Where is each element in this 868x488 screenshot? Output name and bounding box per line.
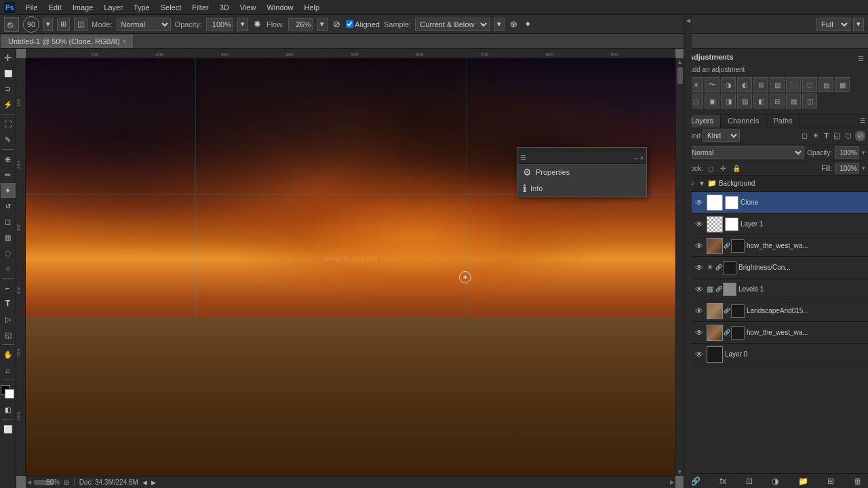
fill-dropdown-btn[interactable]: ▾	[862, 165, 865, 171]
dodge-tool[interactable]: ○	[1, 261, 16, 276]
adj-selective-icon[interactable]: ◧	[753, 94, 768, 108]
eraser-tool[interactable]: ◻	[1, 214, 16, 229]
adj-gradient-icon[interactable]: ▥	[737, 94, 752, 108]
layer-how-west-2[interactable]: 👁 🔗 how_the_west_wa...	[684, 322, 868, 344]
add-mask-btn[interactable]: ⊡	[744, 476, 755, 487]
new-group-btn[interactable]: 📁	[796, 476, 810, 487]
toggle-brush-panel[interactable]: ⊞	[57, 18, 70, 31]
aligned-check[interactable]	[346, 20, 353, 28]
v-scrollbar[interactable]: ▲ ▼	[675, 58, 684, 476]
playback-next[interactable]: ▶	[151, 479, 156, 486]
gradient-tool[interactable]: ▥	[1, 230, 16, 245]
adj-exposure-icon[interactable]: ◑	[721, 77, 736, 92]
screen-mode-dropdown[interactable]: Full	[816, 18, 850, 31]
airbrush-toggle[interactable]: ✺	[252, 19, 262, 29]
layer0-vis[interactable]: 👁	[695, 350, 705, 359]
filter-shape-icon[interactable]: ◱	[832, 131, 842, 141]
hand-tool[interactable]: ✋	[1, 347, 16, 362]
how-west2-vis[interactable]: 👁	[695, 328, 705, 338]
brush-tool[interactable]: ✏	[1, 167, 16, 182]
lasso-tool[interactable]: ⊃	[1, 81, 16, 96]
bright-vis[interactable]: 👁	[695, 263, 705, 272]
layer-group-background[interactable]: 👁 ▼ 📁 Background	[684, 176, 868, 192]
blur-tool[interactable]: ◌	[1, 245, 16, 260]
history-brush-tool[interactable]: ↺	[1, 199, 16, 214]
properties-tab-item[interactable]: ⚙ Properties	[517, 164, 646, 180]
adjustments-menu[interactable]: ☰	[858, 55, 864, 62]
move-tool[interactable]: ✛	[1, 50, 16, 65]
clone-stamp-tool[interactable]: ✦	[1, 183, 16, 198]
adj-hsl-icon[interactable]: ⊞	[753, 77, 768, 92]
menu-select[interactable]: Select	[155, 2, 187, 13]
filter-adjust-icon[interactable]: ☀	[811, 131, 821, 141]
layer-1[interactable]: 👁 Layer 1	[684, 214, 868, 235]
filter-toggle[interactable]: ⊘	[855, 131, 865, 141]
blend-mode-dropdown[interactable]: Normal	[687, 146, 804, 159]
sample-dropdown-btn[interactable]: ▾	[494, 18, 505, 31]
properties-panel-collapse[interactable]: –	[635, 155, 638, 161]
layer-0[interactable]: 👁 Layer 0	[684, 344, 868, 365]
layer-brightness[interactable]: 👁 ☀ 🔗 Brightness/Con...	[684, 257, 868, 279]
tool-preset-picker[interactable]: ⎋	[4, 17, 19, 32]
menu-view[interactable]: View	[235, 2, 262, 13]
menu-help[interactable]: Help	[299, 2, 326, 13]
adj-posterize-icon[interactable]: ▣	[705, 94, 719, 108]
add-style-btn[interactable]: fx	[718, 476, 728, 487]
lock-all-btn[interactable]: 🔒	[730, 164, 743, 173]
opacity-dropdown-btn[interactable]: ▾	[862, 149, 865, 156]
tab-close-btn[interactable]: ×	[123, 38, 126, 45]
zoom-tool[interactable]: ⌕	[1, 363, 16, 378]
filter-smartobj-icon[interactable]: ⬡	[844, 131, 853, 141]
opacity-input[interactable]	[206, 18, 233, 30]
menu-3d[interactable]: 3D	[214, 2, 235, 13]
info-tab-item[interactable]: ℹ Info	[517, 180, 646, 197]
flow-dropdown-btn[interactable]: ▾	[317, 18, 328, 31]
flow-icon[interactable]: ⊘	[332, 19, 342, 29]
filter-type-icon[interactable]: T	[823, 131, 830, 141]
adj-vibrance-icon[interactable]: ◐	[737, 77, 752, 92]
mode-dropdown[interactable]: Normal	[117, 18, 171, 31]
shape-tool[interactable]: ◱	[1, 327, 16, 342]
path-select-tool[interactable]: ▷	[1, 312, 16, 327]
delete-layer-btn[interactable]: 🗑	[852, 476, 864, 487]
adj-gradient2-icon[interactable]: ◫	[802, 94, 817, 108]
eyedropper-tool[interactable]: ✎	[1, 132, 16, 147]
how-west1-vis[interactable]: 👁	[695, 241, 705, 251]
document-tab[interactable]: Untitled-1 @ 50% (Clone, RGB/8) ×	[1, 35, 134, 48]
opacity-value[interactable]	[835, 146, 859, 159]
fg-bg-colors[interactable]	[1, 385, 16, 400]
fill-value[interactable]	[835, 163, 859, 174]
rect-select-tool[interactable]: ⬜	[1, 66, 16, 81]
crop-tool[interactable]: ⛶	[1, 117, 16, 131]
levels-vis[interactable]: 👁	[695, 285, 705, 294]
layer1-vis[interactable]: 👁	[695, 220, 705, 229]
brush-options-btn[interactable]: ▾	[43, 18, 53, 31]
menu-window[interactable]: Window	[261, 2, 298, 13]
adj-pattern-icon[interactable]: ▤	[786, 94, 801, 108]
aligned-checkbox[interactable]: Aligned	[346, 20, 380, 28]
brush-size-indicator[interactable]: 90	[23, 16, 39, 33]
pen-tool[interactable]: ⌐	[1, 281, 16, 296]
menu-layer[interactable]: Layer	[98, 2, 128, 13]
filter-kind-dropdown[interactable]: Kind	[703, 129, 740, 142]
clone-layer-vis[interactable]: 👁	[695, 198, 705, 207]
layer-how-west-1[interactable]: 👁 🔗 how_the_west_wa...	[684, 235, 868, 257]
opacity-dropdown-btn[interactable]: ▾	[237, 18, 248, 31]
lock-pixels-btn[interactable]: ◻	[706, 164, 715, 173]
new-fill-adj-btn[interactable]: ◑	[770, 476, 781, 487]
menu-image[interactable]: Image	[67, 2, 99, 13]
canvas-image[interactable]: www.rr-sc.com	[26, 58, 675, 476]
adj-levels-icon[interactable]: ▦	[835, 77, 850, 92]
adj-bw-icon[interactable]: ⬛	[786, 77, 801, 92]
adj-solid-icon[interactable]: ⊟	[770, 94, 785, 108]
toggle-clone-panel[interactable]: ◫	[74, 18, 87, 31]
adj-channel-icon[interactable]: ▤	[818, 77, 833, 92]
zoom-icon[interactable]: ⊞	[64, 479, 69, 486]
properties-panel-close[interactable]: ×	[640, 155, 644, 161]
adj-colorbal-icon[interactable]: ▧	[770, 77, 785, 92]
filter-pixel-icon[interactable]: ◻	[800, 131, 809, 141]
quick-mask-btn[interactable]: ◧	[1, 402, 16, 417]
new-layer-btn[interactable]: ⊞	[825, 476, 836, 487]
adj-curves-icon[interactable]: 〜	[705, 77, 719, 92]
background-color[interactable]	[5, 389, 14, 399]
